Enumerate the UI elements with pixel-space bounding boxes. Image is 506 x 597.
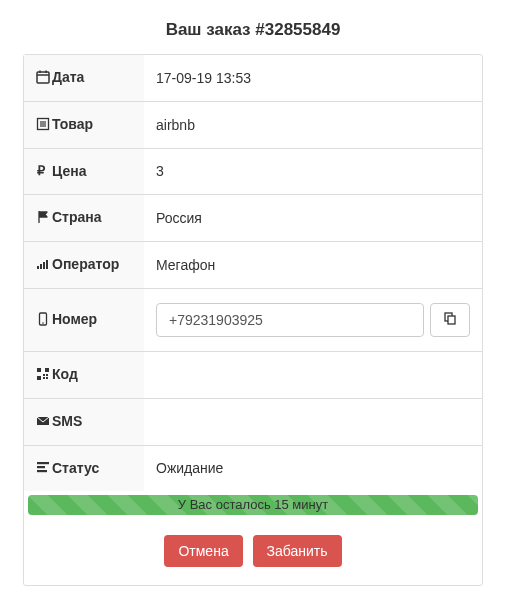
svg-rect-26 — [37, 466, 45, 468]
svg-rect-17 — [37, 368, 41, 372]
calendar-icon — [36, 70, 50, 87]
svg-rect-11 — [43, 262, 45, 269]
label-price: Цена — [52, 163, 86, 179]
row-date: Дата 17-09-19 13:53 — [24, 55, 482, 101]
row-price: ₽ Цена 3 — [24, 148, 482, 195]
svg-rect-22 — [43, 377, 45, 379]
row-sms: SMS — [24, 398, 482, 445]
svg-rect-27 — [37, 470, 47, 472]
value-date: 17-09-19 13:53 — [144, 55, 482, 101]
label-date: Дата — [52, 69, 84, 85]
row-status: Статус Ожидание — [24, 445, 482, 491]
svg-rect-9 — [37, 266, 39, 269]
cancel-button[interactable]: Отмена — [164, 535, 242, 567]
svg-rect-18 — [45, 368, 49, 372]
progress-container: У Вас осталось 15 минут — [24, 491, 482, 519]
svg-rect-12 — [46, 260, 48, 269]
row-country: Страна Россия — [24, 195, 482, 242]
row-product: Товар airbnb — [24, 101, 482, 148]
ruble-icon: ₽ — [36, 163, 50, 180]
ban-button[interactable]: Забанить — [253, 535, 342, 567]
value-sms — [144, 398, 482, 445]
progress-bar: У Вас осталось 15 минут — [28, 495, 478, 515]
svg-text:₽: ₽ — [37, 163, 46, 177]
svg-rect-16 — [448, 316, 455, 324]
label-country: Страна — [52, 209, 102, 225]
button-row: Отмена Забанить — [24, 519, 482, 585]
tasks-icon — [36, 460, 50, 477]
row-operator: Оператор Мегафон — [24, 242, 482, 289]
value-code — [144, 351, 482, 398]
label-product: Товар — [52, 116, 93, 132]
label-status: Статус — [52, 460, 99, 476]
row-number: Номер — [24, 288, 482, 351]
phone-icon — [36, 312, 50, 329]
svg-rect-23 — [46, 377, 48, 379]
row-code: Код — [24, 351, 482, 398]
number-input[interactable] — [156, 303, 424, 337]
svg-rect-10 — [40, 264, 42, 269]
label-code: Код — [52, 366, 78, 382]
signal-icon — [36, 257, 50, 274]
value-country: Россия — [144, 195, 482, 242]
svg-rect-21 — [46, 374, 48, 376]
qrcode-icon — [36, 367, 50, 384]
copy-icon — [443, 311, 457, 328]
svg-point-14 — [42, 322, 44, 324]
svg-rect-25 — [37, 462, 49, 464]
value-product: airbnb — [144, 101, 482, 148]
order-title: Ваш заказ #32855849 — [23, 20, 483, 40]
flag-icon — [36, 210, 50, 227]
svg-rect-0 — [37, 72, 49, 83]
value-price: 3 — [144, 148, 482, 195]
copy-button[interactable] — [430, 303, 470, 337]
order-panel: Дата 17-09-19 13:53 Товар airbnb — [23, 54, 483, 586]
svg-rect-20 — [43, 374, 45, 376]
value-operator: Мегафон — [144, 242, 482, 289]
label-operator: Оператор — [52, 256, 119, 272]
envelope-icon — [36, 414, 50, 431]
label-number: Номер — [52, 311, 97, 327]
label-sms: SMS — [52, 413, 82, 429]
list-icon — [36, 117, 50, 134]
order-table: Дата 17-09-19 13:53 Товар airbnb — [24, 55, 482, 491]
value-status: Ожидание — [144, 445, 482, 491]
svg-rect-19 — [37, 376, 41, 380]
